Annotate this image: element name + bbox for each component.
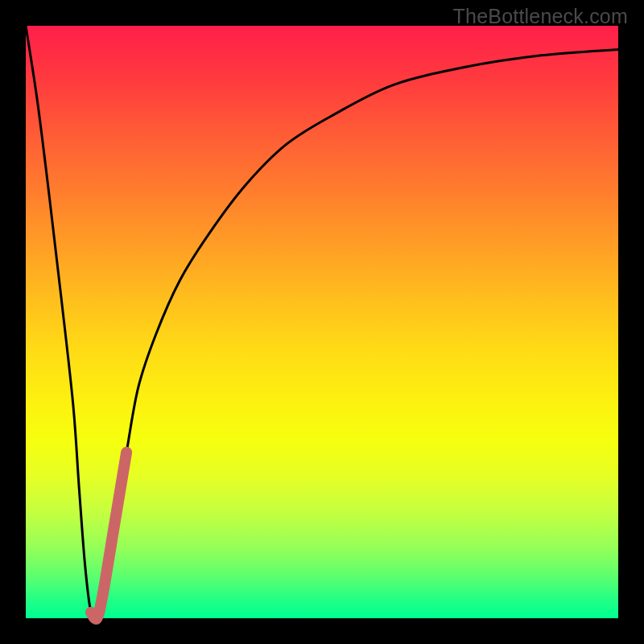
highlight-segment: [91, 452, 126, 619]
plot-gradient-background: [26, 26, 618, 618]
watermark-text: TheBottleneck.com: [453, 5, 628, 28]
chart-svg: [26, 26, 618, 618]
chart-frame: TheBottleneck.com: [0, 0, 644, 644]
